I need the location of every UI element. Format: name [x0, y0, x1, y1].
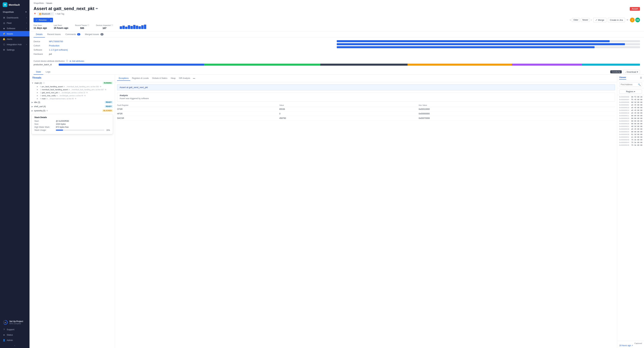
- thread-sysworkq[interactable]: ▶ sysworkq (5) ⧉ BLOCKED: [30, 109, 115, 113]
- tab-comments[interactable]: Comments 1: [63, 31, 83, 37]
- software-chevron-icon: ›: [26, 27, 27, 29]
- thread-frame-0[interactable]: ▶ 0 prv_fault_handling_assert in .../mem…: [30, 85, 115, 88]
- sidebar-item-label: Dashboards: [7, 16, 18, 19]
- mem-hex-10: 00 00 00 00: [631, 123, 642, 125]
- newer-button[interactable]: Newer: [581, 18, 590, 22]
- copy-icon[interactable]: ⧉: [100, 86, 101, 88]
- avatars: J OB: [630, 17, 640, 22]
- sidebar-item-alerts[interactable]: 🔔 Alerts: [0, 36, 30, 42]
- stack-usage-track: [56, 130, 104, 131]
- tab-merged-issues[interactable]: Merged issues 0: [83, 31, 106, 37]
- trace-bar-4: [128, 25, 130, 29]
- sidebar-item-support[interactable]: ? Support: [0, 327, 30, 332]
- avatar-j[interactable]: J: [630, 17, 634, 22]
- exc-tab-heap[interactable]: Heap: [169, 76, 177, 81]
- mem-addr-5: 0x00000014: [619, 109, 629, 112]
- thread-shell-uart[interactable]: ▶ shell_uart (4) READY: [30, 104, 115, 109]
- trace-bar-3: [125, 27, 128, 29]
- logo[interactable]: M Memfault: [0, 0, 30, 9]
- copy-icon2[interactable]: ⧉: [105, 89, 106, 91]
- mem-addr-3: 0x0000000c: [619, 104, 629, 107]
- fault-row-cfsr: CFSR 65536 0x00010000: [117, 107, 615, 112]
- exc-tab-registers[interactable]: Registers & Locals: [130, 76, 150, 81]
- mem-row-5: 0x00000014 a5 45 00 00 .E..: [619, 109, 642, 112]
- mem-addr-0: 0x00000000: [619, 96, 629, 98]
- thread-frame-2[interactable]: ▶ 2 gatt_send_next_pkt in .../src/ble/ga…: [30, 91, 115, 94]
- cohort-value[interactable]: Production: [49, 44, 59, 47]
- bar-track-2: [337, 43, 640, 45]
- device-row: Device MFLT0000700: [34, 40, 337, 43]
- exc-tab-globals[interactable]: Globals & Statics: [150, 76, 169, 81]
- sidebar-item-integration-hub[interactable]: ⬡ Integration Hub ›: [0, 42, 30, 47]
- thread-main[interactable]: ▼ main (2) ⓘ RUNNING: [30, 81, 115, 85]
- action-left: ✓ Resolve ▾: [34, 18, 53, 22]
- exc-tab-isr[interactable]: ISR Analysis: [177, 76, 192, 81]
- resolve-dropdown-button[interactable]: ▾: [49, 18, 53, 22]
- inner-tab-logs[interactable]: Logs: [43, 69, 53, 75]
- sidebar-item-label: Fleet: [7, 22, 12, 24]
- sidebar-item-software[interactable]: ◈ Software ›: [0, 26, 30, 31]
- download-button[interactable]: ↓ Download ▾: [623, 70, 640, 74]
- mem-hex-15: e1 48 00 00: [631, 136, 642, 139]
- inner-tab-state[interactable]: State: [34, 69, 43, 75]
- sidebar-item-settings[interactable]: ⚙ Settings: [0, 47, 30, 52]
- tab-recent-traces[interactable]: Recent traces: [45, 31, 63, 37]
- breadcrumb-org[interactable]: ShapeMate: [34, 2, 44, 4]
- viewer-title: Viewer: [619, 76, 626, 80]
- sidebar-item-fleet[interactable]: ◎ Fleet ›: [0, 20, 30, 26]
- info-icon3: ⓘ: [43, 82, 45, 84]
- bar-fill-3: [337, 46, 594, 48]
- eye-icon[interactable]: 👁: [626, 19, 628, 21]
- thread-idle[interactable]: ▶ idle (3) READY: [30, 100, 115, 104]
- create-jira-button[interactable]: Create in Jira: [608, 18, 625, 22]
- tag-close-icon[interactable]: ×: [51, 13, 52, 15]
- expand-icon3: ▶: [32, 105, 33, 108]
- fault-hex-shcsr: 0x00070008: [415, 116, 615, 121]
- copy-icon3[interactable]: ⧉: [86, 92, 88, 94]
- software-value[interactable]: 1.1.0 (pvt-software): [49, 49, 68, 51]
- sidebar-item-issues[interactable]: ⚡ Issues: [0, 31, 30, 36]
- device-value[interactable]: MFLT0000700: [49, 40, 63, 43]
- stack-hwm-row: High Water Mark: 872 bytes free: [34, 126, 110, 128]
- add-attr-label: Add attributes: [72, 60, 84, 62]
- mem-row-1: 0x00000004 f5 45 00 00 .E..: [619, 98, 642, 101]
- exc-tab-exceptions[interactable]: Exceptions: [117, 76, 130, 81]
- viewer-list-icon[interactable]: ☰: [640, 77, 642, 79]
- copy-icon6[interactable]: ⧉: [46, 110, 48, 112]
- add-tag-label: + Add Tag: [55, 13, 64, 15]
- thread-frame-1[interactable]: ▶ 1 memfault_fault_handling_assert in ..…: [30, 88, 115, 91]
- bar-fill-2: [337, 43, 625, 45]
- mem-hex-5: a5 45 00 00: [631, 109, 642, 112]
- regions-button[interactable]: Regions ▾: [619, 90, 642, 94]
- mem-hex-13: 00 00 00 00: [631, 131, 642, 133]
- tab-details[interactable]: Details: [34, 31, 45, 37]
- setup-project[interactable]: 65 Set Up Project 65% complete: [0, 318, 30, 327]
- info-icon: ⓘ: [88, 24, 89, 26]
- attr-header: Current device attribute distribution ⓘ …: [34, 60, 640, 62]
- sidebar-item-admin[interactable]: 👤 Admin: [0, 338, 30, 343]
- mem-addr-8: 0x00000020: [619, 117, 629, 120]
- edit-icon[interactable]: ✏: [96, 7, 98, 10]
- setup-subtitle: 65% complete: [10, 323, 23, 325]
- stack-usage-pct: 15%: [106, 129, 110, 131]
- copy-icon5[interactable]: ⧉: [75, 98, 76, 100]
- add-tag-button[interactable]: + Add Tag: [55, 13, 64, 15]
- thread-frame-3[interactable]: ▶ 3 send_char_notify in .../src/ble/gatt…: [30, 94, 115, 97]
- stack-size-label: Size:: [34, 123, 54, 125]
- resolve-button[interactable]: ✓ Resolve: [34, 18, 49, 22]
- copy-icon4[interactable]: ⧉: [84, 95, 86, 97]
- bar-group: [337, 40, 640, 48]
- mem-row-14: 0x00000038 91 3d 00 00 .=..: [619, 133, 642, 136]
- avatar-ob[interactable]: OB: [635, 17, 640, 22]
- sidebar-item-dashboards[interactable]: ⊞ Dashboards ›: [0, 15, 30, 20]
- add-attributes-button[interactable]: ⊕ Add attributes: [70, 60, 84, 62]
- merge-button[interactable]: ⤢ Merge: [593, 18, 606, 22]
- captured-time[interactable]: 18 hours ago ↗: [619, 344, 642, 347]
- exc-more-button[interactable]: •••: [192, 76, 196, 81]
- org-selector[interactable]: ShapeMate ▼: [0, 9, 30, 14]
- sidebar-collapse-button[interactable]: ‹: [0, 343, 30, 348]
- sidebar-item-status[interactable]: ● Status: [0, 332, 30, 338]
- older-button[interactable]: Older: [572, 18, 580, 22]
- software-icon: ◈: [3, 27, 5, 30]
- thread-frame-4[interactable]: ▶ 4 main in .../shapemate/src/main.c at …: [30, 97, 115, 100]
